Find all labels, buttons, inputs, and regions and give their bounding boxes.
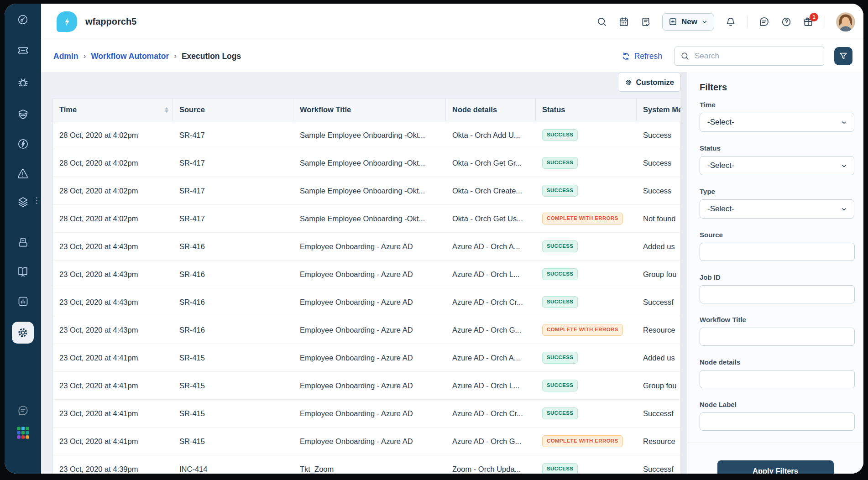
cell-source: SR-415 (173, 428, 293, 455)
filter-button[interactable] (834, 47, 852, 65)
cell-node-details: Azure AD - Orch A... (446, 233, 536, 260)
table-row[interactable]: 28 Oct, 2020 at 4:02pmSR-417Sample Emplo… (53, 177, 680, 205)
cell-source: SR-417 (173, 205, 293, 232)
breadcrumb-separator: › (83, 52, 86, 61)
type-filter-select[interactable]: -Select- (700, 199, 854, 219)
gift-icon[interactable]: 1 (803, 16, 814, 27)
cell-time: 28 Oct, 2020 at 4:02pm (53, 177, 173, 204)
gauge-icon[interactable] (12, 9, 34, 31)
cell-status: SUCCESS (536, 149, 637, 177)
job-id-filter-input[interactable] (700, 285, 855, 303)
bug-icon[interactable] (12, 71, 34, 93)
time-filter-select[interactable]: -Select- (700, 113, 854, 132)
cell-system-message: Group fou (637, 261, 680, 288)
cell-system-message: Not found (637, 205, 680, 232)
job-id-filter-label: Job ID (700, 273, 854, 281)
app-grid-icon[interactable] (12, 422, 34, 443)
customize-button[interactable]: Customize (618, 73, 681, 92)
table-row[interactable]: 23 Oct, 2020 at 4:43pmSR-416Employee Onb… (53, 316, 680, 344)
divider (825, 16, 825, 28)
cell-time: 23 Oct, 2020 at 4:43pm (53, 288, 173, 316)
cell-node-details: Azure AD - Orch Cr... (446, 288, 536, 316)
table-row[interactable]: 23 Oct, 2020 at 4:41pmSR-415Employee Onb… (53, 344, 680, 372)
column-header-node-details[interactable]: Node details (446, 99, 536, 121)
cell-system-message: Group fou (637, 372, 680, 399)
bell-icon[interactable] (725, 16, 736, 27)
cell-system-message: Added us (637, 233, 680, 260)
status-badge: SUCCESS (542, 463, 578, 474)
table-row[interactable]: 23 Oct, 2020 at 4:43pmSR-416Employee Onb… (53, 288, 680, 316)
layers-icon[interactable] (12, 191, 34, 213)
filters-panel: Filters Time -Select- Status -Select- (687, 72, 863, 474)
table-row[interactable]: 28 Oct, 2020 at 4:02pmSR-417Sample Emplo… (53, 121, 680, 149)
cell-status: SUCCESS (536, 372, 637, 399)
search-box (675, 47, 824, 66)
table-row[interactable]: 23 Oct, 2020 at 4:39pmINC-414Tkt_ZoomZoo… (53, 455, 680, 474)
search-icon (680, 52, 690, 61)
cell-node-details: Azure AD - Orch L... (446, 372, 536, 399)
column-header-system-message[interactable]: System Message (637, 99, 680, 121)
bar-chart-icon[interactable] (12, 290, 34, 312)
column-header-time[interactable]: Time (53, 99, 173, 121)
chevron-down-icon (841, 119, 847, 126)
cell-source: INC-414 (173, 455, 293, 474)
gear-icon[interactable] (12, 322, 34, 344)
app-logo[interactable] (57, 11, 77, 32)
status-badge: COMPLETE WITH ERRORS (542, 324, 623, 336)
workflow-title-filter-input[interactable] (700, 328, 855, 346)
calendar-icon[interactable] (618, 16, 629, 27)
table-row[interactable]: 23 Oct, 2020 at 4:41pmSR-415Employee Onb… (53, 428, 680, 455)
status-filter-select[interactable]: -Select- (700, 156, 854, 175)
sidebar-drag-handle[interactable] (36, 197, 37, 204)
printer-icon[interactable] (12, 231, 34, 253)
table-row[interactable]: 28 Oct, 2020 at 4:02pmSR-417Sample Emplo… (53, 149, 680, 177)
node-details-filter-input[interactable] (700, 370, 855, 388)
source-filter-label: Source (700, 231, 854, 239)
help-icon[interactable] (781, 16, 792, 27)
table-row[interactable]: 23 Oct, 2020 at 4:41pmSR-415Employee Onb… (53, 372, 680, 400)
refresh-icon (621, 52, 631, 61)
chat-bubble-icon[interactable] (12, 399, 34, 421)
tasks-icon[interactable] (640, 16, 651, 27)
ticket-icon[interactable] (12, 39, 34, 61)
table-row[interactable]: 28 Oct, 2020 at 4:02pmSR-417Sample Emplo… (53, 205, 680, 233)
search-icon[interactable] (596, 16, 607, 27)
search-input[interactable] (694, 51, 818, 61)
shield-icon[interactable] (12, 103, 34, 125)
column-header-source[interactable]: Source (173, 99, 293, 121)
book-icon[interactable] (12, 261, 34, 282)
feedback-icon[interactable] (758, 16, 770, 27)
refresh-button[interactable]: Refresh (621, 52, 662, 61)
column-header-workflow-title[interactable]: Workflow Title (293, 99, 446, 121)
app-window: wfapporch5 New (5, 4, 863, 474)
cell-system-message: Success (637, 177, 680, 204)
vertical-scrollbar[interactable] (681, 72, 687, 474)
warning-triangle-icon[interactable] (12, 163, 34, 185)
cell-node-details: Okta - Orch Create... (446, 177, 536, 204)
new-button[interactable]: New (662, 13, 714, 31)
gear-icon (625, 78, 633, 86)
node-label-filter-input[interactable] (700, 412, 855, 431)
cell-time: 23 Oct, 2020 at 4:41pm (53, 344, 173, 371)
cell-workflow-title: Employee Onboarding - Azure AD (293, 233, 446, 260)
table-row[interactable]: 23 Oct, 2020 at 4:41pmSR-415Employee Onb… (53, 400, 680, 428)
breadcrumb-link-admin[interactable]: Admin (53, 52, 78, 61)
status-badge: SUCCESS (542, 129, 578, 141)
filters-footer: Apply Filters (687, 443, 863, 474)
bolt-circle-icon[interactable] (12, 133, 34, 155)
sort-icon[interactable] (165, 107, 168, 113)
table-row[interactable]: 23 Oct, 2020 at 4:43pmSR-416Employee Onb… (53, 233, 680, 261)
breadcrumb-link-workflow-automator[interactable]: Workflow Automator (91, 52, 169, 61)
cell-status: COMPLETE WITH ERRORS (536, 205, 637, 232)
column-header-status[interactable]: Status (536, 99, 637, 121)
table-row[interactable]: 23 Oct, 2020 at 4:43pmSR-416Employee Onb… (53, 261, 680, 288)
cell-status: COMPLETE WITH ERRORS (536, 316, 637, 344)
cell-system-message: Added us (637, 344, 680, 371)
source-filter-input[interactable] (700, 243, 855, 261)
cell-node-details: Azure AD - Orch A... (446, 344, 536, 371)
cell-source: SR-416 (173, 233, 293, 260)
apply-filters-button[interactable]: Apply Filters (717, 460, 834, 474)
cell-status: SUCCESS (536, 177, 637, 204)
cell-system-message: Success (637, 121, 680, 149)
avatar[interactable] (836, 12, 855, 31)
